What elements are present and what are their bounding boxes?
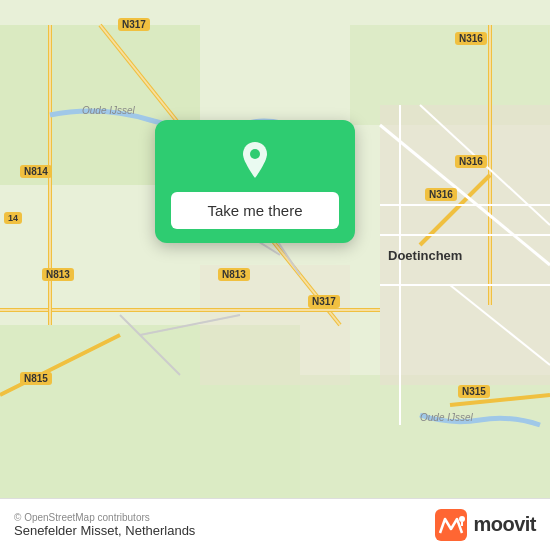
location-pin-icon [233,138,277,182]
road-label-n315: N315 [458,385,490,398]
road-label-n316-top: N316 [455,32,487,45]
bottom-bar: © OpenStreetMap contributors Senefelder … [0,498,550,550]
moovit-icon [435,509,467,541]
popup-card: Take me there [155,120,355,243]
city-label-oude-ijssel-bottom: Oude IJssel [420,412,473,423]
road-label-n813-mid: N813 [218,268,250,281]
map-container: N317 N316 N316 N316 N814 N813 N813 N317 … [0,0,550,550]
road-label-n317-mid: N317 [308,295,340,308]
copyright-text: © OpenStreetMap contributors [14,512,195,523]
road-label-n815: N815 [20,372,52,385]
road-label-n813-left: N813 [42,268,74,281]
road-label-n814: N814 [20,165,52,178]
map-svg [0,0,550,550]
location-name: Senefelder Misset, Netherlands [14,523,195,538]
svg-point-29 [250,149,260,159]
road-label-n316-mid: N316 [455,155,487,168]
moovit-text: moovit [473,513,536,536]
moovit-logo: moovit [435,509,536,541]
road-label-n317-top: N317 [118,18,150,31]
city-label-doetinchem: Doetinchem [388,248,462,263]
city-label-oude-ijssel-top: Oude IJssel [82,105,135,116]
take-me-there-button[interactable]: Take me there [171,192,339,229]
svg-rect-6 [200,265,350,385]
road-label-14: 14 [4,212,22,224]
road-label-n316-diag: N316 [425,188,457,201]
svg-point-31 [459,516,465,522]
bottom-left-info: © OpenStreetMap contributors Senefelder … [14,512,195,538]
